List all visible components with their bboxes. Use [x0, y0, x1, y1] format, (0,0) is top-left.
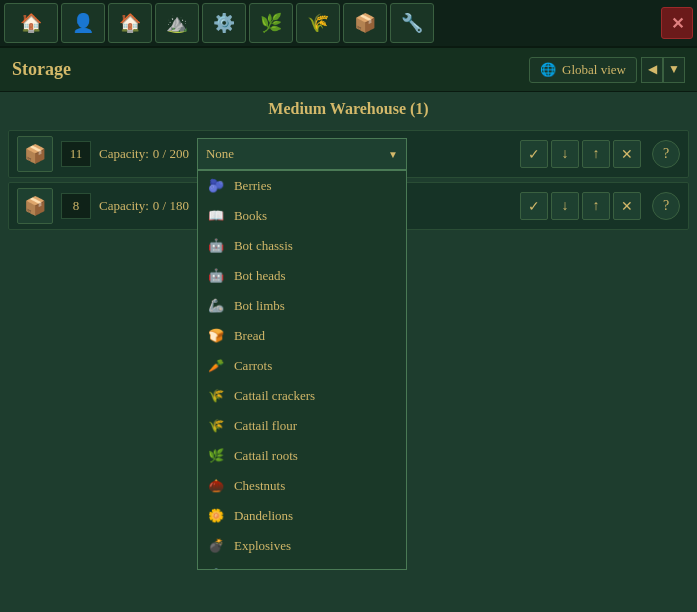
explosives-icon: 💣	[206, 536, 226, 556]
dropdown-item-bread[interactable]: 🍞 Bread	[198, 321, 406, 351]
cattail-flour-icon: 🌾	[206, 416, 226, 436]
toolbar-home-icon[interactable]: 🏠	[4, 3, 58, 43]
storage-row-1: 📦 11 Capacity: 0 / 200 None ▼ 🫐 Berries …	[8, 130, 689, 178]
dropdown-item-cattail-crackers[interactable]: 🌾 Cattail crackers	[198, 381, 406, 411]
row-2-capacity-label: Capacity:	[99, 198, 149, 214]
dropdown-item-label: Cattail crackers	[234, 388, 315, 404]
gears-icon: ⚙️	[206, 566, 226, 570]
cattail-crackers-icon: 🌾	[206, 386, 226, 406]
row-2-icon: 📦	[17, 188, 53, 224]
storage-header: Storage 🌐 Global view ◀ ▼	[0, 48, 697, 92]
row-2-confirm-button[interactable]: ✓	[520, 192, 548, 220]
dropdown-item-gears[interactable]: ⚙️ Gears	[198, 561, 406, 570]
row-1-icon: 📦	[17, 136, 53, 172]
dropdown-item-label: Bread	[234, 328, 265, 344]
nav-next-button[interactable]: ▼	[663, 57, 685, 83]
dropdown-item-label: Cattail roots	[234, 448, 298, 464]
bread-icon: 🍞	[206, 326, 226, 346]
toolbar: 🏠 👤 🏠 ⛰️ ⚙️ 🌿 🌾 📦 🔧 ✕	[0, 0, 697, 48]
dropdown-item-label: Bot limbs	[234, 298, 285, 314]
dropdown-item-cattail-flour[interactable]: 🌾 Cattail flour	[198, 411, 406, 441]
dropdown-item-carrots[interactable]: 🥕 Carrots	[198, 351, 406, 381]
toolbar-house-icon[interactable]: 🏠	[108, 3, 152, 43]
toolbar-wrench-icon[interactable]: 🔧	[390, 3, 434, 43]
main-content: 📦 11 Capacity: 0 / 200 None ▼ 🫐 Berries …	[0, 130, 697, 230]
berries-icon: 🫐	[206, 176, 226, 196]
toolbar-settings-icon[interactable]: ⚙️	[202, 3, 246, 43]
toolbar-leaf-icon[interactable]: 🌿	[249, 3, 293, 43]
dropdown-item-label: Dandelions	[234, 508, 293, 524]
carrots-icon: 🥕	[206, 356, 226, 376]
row-2-up-button[interactable]: ↑	[582, 192, 610, 220]
storage-title: Storage	[12, 59, 71, 80]
dropdown-item-bot-heads[interactable]: 🤖 Bot heads	[198, 261, 406, 291]
toolbar-box-icon[interactable]: 📦	[343, 3, 387, 43]
dropdown-item-berries[interactable]: 🫐 Berries	[198, 171, 406, 201]
bot-limbs-icon: 🦾	[206, 296, 226, 316]
dropdown-item-bot-limbs[interactable]: 🦾 Bot limbs	[198, 291, 406, 321]
bot-heads-icon: 🤖	[206, 266, 226, 286]
nav-arrows: ◀ ▼	[641, 57, 685, 83]
dropdown-item-dandelions[interactable]: 🌼 Dandelions	[198, 501, 406, 531]
globe-icon: 🌐	[540, 62, 556, 78]
filter-dropdown: None ▼ 🫐 Berries 📖 Books 🤖 Bot chassis	[197, 138, 407, 170]
dropdown-item-label: Carrots	[234, 358, 272, 374]
dropdown-menu: 🫐 Berries 📖 Books 🤖 Bot chassis 🤖 Bot he…	[197, 170, 407, 570]
dropdown-item-chestnuts[interactable]: 🌰 Chestnuts	[198, 471, 406, 501]
nav-prev-button[interactable]: ◀	[641, 57, 663, 83]
row-1-down-button[interactable]: ↓	[551, 140, 579, 168]
row-1-confirm-button[interactable]: ✓	[520, 140, 548, 168]
row-1-help-button[interactable]: ?	[652, 140, 680, 168]
row-2-down-button[interactable]: ↓	[551, 192, 579, 220]
chestnuts-icon: 🌰	[206, 476, 226, 496]
close-button[interactable]: ✕	[661, 7, 693, 39]
row-1-capacity-value: 0 / 200	[153, 146, 189, 162]
toolbar-wheat-icon[interactable]: 🌾	[296, 3, 340, 43]
dropdown-item-label: Bot heads	[234, 268, 286, 284]
dropdown-item-label: Chestnuts	[234, 478, 285, 494]
dropdown-selected-label: None	[206, 146, 234, 162]
dropdown-trigger[interactable]: None ▼	[197, 138, 407, 170]
row-2-help-button[interactable]: ?	[652, 192, 680, 220]
books-icon: 📖	[206, 206, 226, 226]
row-1-capacity-label: Capacity:	[99, 146, 149, 162]
dropdown-item-label: Berries	[234, 178, 272, 194]
dropdown-item-label: Cattail flour	[234, 418, 297, 434]
row-2-capacity-value: 0 / 180	[153, 198, 189, 214]
toolbar-mountain-icon[interactable]: ⛰️	[155, 3, 199, 43]
row-1-up-button[interactable]: ↑	[582, 140, 610, 168]
global-view-label: Global view	[562, 62, 626, 78]
cattail-roots-icon: 🌿	[206, 446, 226, 466]
chevron-down-icon: ▼	[388, 149, 398, 160]
row-1-remove-button[interactable]: ✕	[613, 140, 641, 168]
global-view-button[interactable]: 🌐 Global view	[529, 57, 637, 83]
row-2-actions: ✓ ↓ ↑ ✕ ?	[520, 192, 680, 220]
dropdown-item-label: Books	[234, 208, 267, 224]
row-1-actions: ✓ ↓ ↑ ✕ ?	[520, 140, 680, 168]
warehouse-title: Medium Warehouse (1)	[0, 92, 697, 126]
bot-chassis-icon: 🤖	[206, 236, 226, 256]
toolbar-person-icon[interactable]: 👤	[61, 3, 105, 43]
dropdown-item-explosives[interactable]: 💣 Explosives	[198, 531, 406, 561]
dropdown-item-label: Bot chassis	[234, 238, 293, 254]
row-2-remove-button[interactable]: ✕	[613, 192, 641, 220]
row-2-number: 8	[61, 193, 91, 219]
row-1-number: 11	[61, 141, 91, 167]
dandelions-icon: 🌼	[206, 506, 226, 526]
dropdown-item-label: Explosives	[234, 538, 291, 554]
dropdown-item-label: Gears	[234, 568, 264, 570]
dropdown-item-bot-chassis[interactable]: 🤖 Bot chassis	[198, 231, 406, 261]
dropdown-item-books[interactable]: 📖 Books	[198, 201, 406, 231]
dropdown-item-cattail-roots[interactable]: 🌿 Cattail roots	[198, 441, 406, 471]
